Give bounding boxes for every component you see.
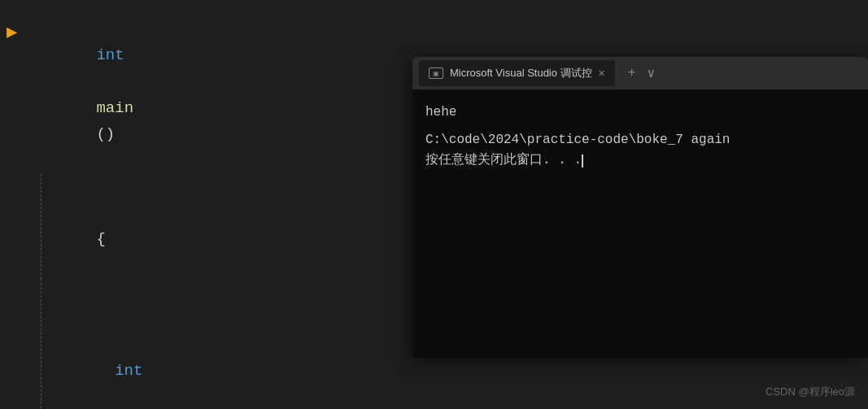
terminal-tab-label: Microsoft Visual Studio 调试控 — [450, 66, 592, 80]
keyword-int-a: int — [115, 362, 142, 380]
terminal-press: 按任意键关闭此窗口. . . — [425, 150, 855, 172]
terminal-output-hehe: hehe — [425, 102, 855, 124]
line-guide-a — [41, 279, 41, 409]
code-line-int-a: int a = 3 ; — [0, 279, 423, 409]
code-editor: ▶ int main () { int a = 3 ; — [0, 0, 423, 409]
terminal-cursor — [582, 154, 583, 168]
function-main: main — [96, 99, 133, 117]
terminal-tab-close[interactable]: × — [599, 67, 605, 79]
line-guide — [41, 174, 41, 279]
terminal-tab-icon: ▣ — [429, 67, 443, 79]
tab-chevron-button[interactable]: ∨ — [643, 63, 658, 83]
terminal-panel: ▣ Microsoft Visual Studio 调试控 × + ∨ hehe… — [412, 57, 868, 358]
terminal-tabs: ▣ Microsoft Visual Studio 调试控 × + ∨ — [412, 57, 868, 89]
watermark: CSDN @程序leo源 — [765, 385, 855, 399]
debug-arrow: ▶ — [7, 18, 17, 48]
keyword-int-main: int — [96, 46, 124, 64]
code-line-main: ▶ int main () — [0, 16, 423, 174]
terminal-path: C:\code\2024\practice-code\boke_7 again — [425, 130, 855, 151]
terminal-tab-active[interactable]: ▣ Microsoft Visual Studio 调试控 × — [419, 60, 615, 86]
tab-actions: + ∨ — [625, 63, 658, 83]
path-text: C:\code\2024\practice-code\boke_7 again — [425, 133, 730, 147]
watermark-text: CSDN @程序leo源 — [765, 385, 855, 398]
terminal-body: hehe C:\code\2024\practice-code\boke_7 a… — [412, 89, 868, 358]
code-content-main: int main () — [31, 16, 423, 174]
press-text: 按任意键关闭此窗口. . . — [425, 153, 582, 168]
code-line-open-brace: { — [0, 174, 423, 279]
hehe-text: hehe — [425, 105, 456, 120]
tab-add-button[interactable]: + — [625, 64, 639, 82]
